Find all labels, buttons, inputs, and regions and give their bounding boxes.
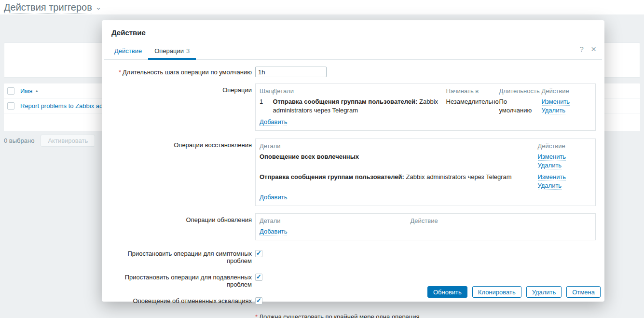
notify-cancelled-checkbox[interactable]: ✓ [255,297,262,304]
required-mark: * [255,313,258,318]
operation-details: Отправка сообщения группам пользователей… [269,96,442,116]
pause-symptom-checkbox[interactable]: ✓ [255,250,262,257]
operations-label: Операции [111,83,255,94]
operation-start-in: Незамедлительно [442,96,495,116]
operation-duration: По умолчанию [495,96,538,116]
recovery-operations-table: Детали Действие Оповещение всех вовлечен… [255,138,596,206]
selected-count: 0 выбрано [4,137,34,144]
col-action: Действие [534,139,596,152]
operation-row: 1 Отправка сообщения группам пользовател… [256,96,596,116]
operation-details: Отправка сообщения группам пользователей… [256,171,534,192]
delete-button[interactable]: Удалить [526,286,562,298]
row-checkbox[interactable] [7,102,14,110]
col-details: Детали [269,84,442,97]
operation-actions: Изменить Удалить [538,96,596,116]
add-operation-link[interactable]: Добавить [260,118,287,126]
operations-table: Шаги Детали Начинать в Длительность Дейс… [255,83,596,131]
col-details: Детали [256,214,407,226]
step-duration-label: *Длительность шага операции по умолчанию [111,67,255,76]
edit-link[interactable]: Изменить [542,98,570,106]
page-title[interactable]: Действия триггеров⌄ [4,2,101,13]
modal-footer: Обновить Клонировать Удалить Отмена [427,286,601,298]
update-button[interactable]: Обновить [427,286,467,298]
page-title-text: Действия триггеров [4,2,92,14]
pause-suppressed-checkbox[interactable]: ✓ [255,274,262,281]
col-steps: Шаги [256,84,269,97]
tab-operations[interactable]: Операции3 [148,43,196,59]
close-icon[interactable]: × [591,44,596,54]
tab-action[interactable]: Действие [108,43,148,59]
pause-suppressed-label: Приостановить операции для подавленных п… [111,273,255,288]
add-update-operation-link[interactable]: Добавить [260,228,287,235]
delete-link[interactable]: Удалить [538,182,562,190]
recovery-operation-row: Отправка сообщения группам пользователей… [256,171,596,192]
operation-step: 1 [256,96,269,116]
check-icon: ✓ [256,274,261,280]
delete-link[interactable]: Удалить [542,107,566,114]
tab-operations-count: 3 [186,47,190,55]
edit-link[interactable]: Изменить [538,153,566,161]
col-start-in: Начинать в [442,84,495,97]
action-name-link[interactable]: Report problems to Zabbix admin [20,102,113,110]
col-action: Действие [407,214,596,226]
check-icon: ✓ [256,250,261,256]
step-duration-input[interactable] [255,67,327,77]
check-icon: ✓ [256,297,261,304]
chevron-down-icon: ⌄ [96,3,102,11]
notify-cancelled-label: Оповещение об отмененных эскалациях [111,297,255,304]
select-all-checkbox[interactable] [7,87,14,95]
operations-form: *Длительность шага операции по умолчанию… [102,60,604,318]
help-icon[interactable]: ? [580,45,584,53]
sort-asc-icon: ▲ [35,89,39,93]
col-action: Действие [538,84,596,97]
delete-link[interactable]: Удалить [538,162,562,169]
operation-actions: Изменить Удалить [534,151,596,171]
recovery-operation-row: Оповещение всех вовлеченных Изменить Уда… [256,151,596,171]
operation-details: Оповещение всех вовлеченных [256,151,534,171]
add-recovery-operation-link[interactable]: Добавить [260,194,287,201]
modal-title: Действие [102,20,604,37]
update-operations-table: Детали Действие Добавить [255,213,596,240]
clone-button[interactable]: Клонировать [472,286,521,298]
col-details: Детали [256,139,534,152]
edit-link[interactable]: Изменить [538,173,566,181]
required-mark: * [119,69,121,76]
recovery-operations-label: Операции восстановления [111,138,255,149]
activate-button[interactable]: Активировать [41,135,95,147]
operation-actions: Изменить Удалить [534,171,596,192]
modal-tabs: Действие Операции3 [104,43,602,60]
pause-symptom-label: Приостановить операции для симптомных пр… [111,249,255,264]
cancel-button[interactable]: Отмена [566,286,601,298]
col-duration: Длительность [495,84,538,97]
column-header-name[interactable]: Имя [20,87,32,95]
update-operations-label: Операции обновления [111,213,255,223]
action-modal: Действие ? × Действие Операции3 *Длитель… [102,20,604,302]
required-note: *Должна существовать по крайней мере одн… [255,313,596,318]
